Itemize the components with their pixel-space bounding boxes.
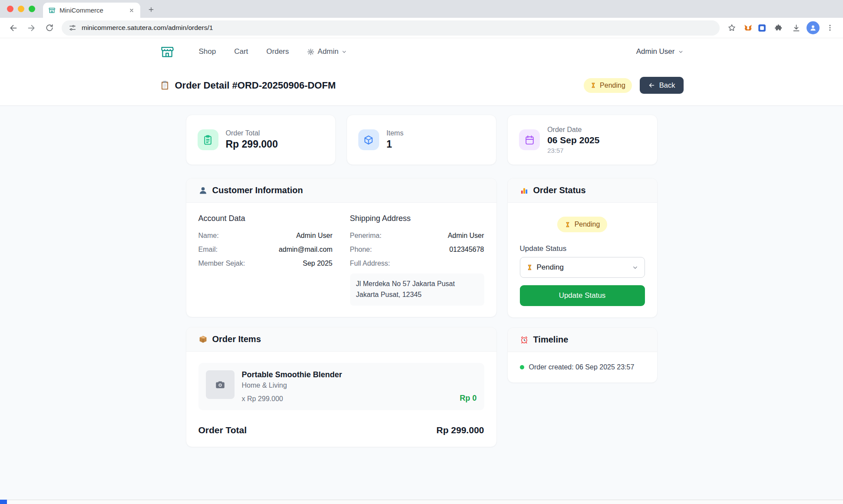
chevron-down-icon: [632, 264, 638, 271]
package-icon: [198, 335, 208, 344]
shipping-recipient-row: Penerima: Admin User: [350, 232, 484, 240]
order-items-card: Order Items: [186, 327, 497, 447]
nav-link-cart[interactable]: Cart: [234, 47, 248, 56]
hourglass-icon: [590, 82, 596, 89]
user-menu-label: Admin User: [636, 47, 675, 56]
status-select-value: Pending: [537, 263, 564, 272]
summary-cards: Order Total Rp 299.000 Items 1: [186, 115, 658, 165]
account-member-row: Member Sejak: Sep 2025: [198, 260, 333, 267]
extension-fox-icon[interactable]: [742, 22, 754, 33]
page-title-section: Order Detail #ORD-20250906-DOFM Pending …: [0, 65, 843, 106]
order-status-title: Order Status: [533, 185, 586, 195]
summary-card-items: Items 1: [347, 115, 496, 165]
summary-value: Rp 299.000: [226, 138, 278, 150]
page-body: Order Total Rp 299.000 Items 1: [0, 106, 843, 504]
full-address-box: Jl Merdeka No 57 Jakarta Pusat Jakarta P…: [350, 273, 484, 306]
shipping-address-row: Full Address:: [350, 260, 484, 267]
timeline-event-text: Order created: 06 Sep 2025 23:57: [529, 363, 635, 371]
summary-label: Order Total: [226, 129, 278, 137]
item-category: Home & Living: [242, 382, 453, 389]
browser-toolbar: minicommerce.satutera.com/admin/orders/1: [0, 18, 843, 38]
scrollbar-corner-artifact: [0, 500, 7, 504]
summary-value: 1: [387, 138, 403, 150]
extensions-puzzle-icon[interactable]: [770, 20, 786, 36]
address-line-1: Jl Merdeka No 57 Jakarta Pusat: [356, 279, 478, 290]
summary-card-order-total: Order Total Rp 299.000: [186, 115, 336, 165]
item-subtotal: Rp 0: [460, 394, 476, 403]
bookmark-star-icon[interactable]: [724, 20, 740, 36]
nav-link-shop[interactable]: Shop: [199, 47, 216, 56]
browser-back-button[interactable]: [5, 20, 21, 36]
tab-close-icon[interactable]: [127, 6, 136, 15]
account-data-heading: Account Data: [198, 214, 333, 223]
back-button[interactable]: Back: [640, 77, 684, 94]
order-total-value: Rp 299.000: [436, 425, 484, 435]
summary-value: 06 Sep 2025: [547, 135, 599, 145]
camera-icon: [215, 379, 226, 390]
tab-favicon-icon: [48, 7, 56, 14]
browser-forward-button[interactable]: [23, 20, 39, 36]
box-icon: [358, 129, 379, 150]
browser-reload-button[interactable]: [42, 20, 57, 36]
order-items-title: Order Items: [212, 334, 261, 344]
shipping-address-column: Shipping Address Penerima: Admin User Ph…: [350, 214, 484, 306]
item-name: Portable Smoothie Blender: [242, 370, 453, 379]
browser-menu-icon[interactable]: [822, 20, 838, 36]
hourglass-icon: [565, 221, 571, 228]
profile-avatar[interactable]: [807, 21, 820, 34]
order-item-row: Portable Smoothie Blender Home & Living …: [198, 363, 484, 410]
nav-link-orders[interactable]: Orders: [266, 47, 289, 56]
extension-blue-icon[interactable]: [756, 22, 767, 33]
item-thumbnail: [206, 370, 235, 399]
alarm-clock-icon: [520, 336, 529, 344]
status-select[interactable]: Pending: [520, 257, 645, 278]
nav-link-admin[interactable]: Admin: [307, 47, 347, 56]
back-button-label: Back: [659, 81, 675, 89]
minimize-window-button[interactable]: [18, 6, 24, 12]
horizontal-scrollbar[interactable]: [0, 500, 843, 504]
order-status-pill-label: Pending: [575, 221, 600, 228]
tab-title: MiniCommerce: [60, 7, 123, 14]
customer-card-title: Customer Information: [212, 185, 303, 195]
browser-tab-strip: MiniCommerce: [0, 0, 843, 18]
window-controls: [7, 0, 35, 18]
shipping-address-heading: Shipping Address: [350, 214, 484, 223]
close-window-button[interactable]: [7, 6, 13, 12]
person-icon: [198, 186, 208, 195]
timeline-event: Order created: 06 Sep 2025 23:57: [520, 363, 645, 371]
downloads-icon[interactable]: [788, 20, 804, 36]
account-name-row: Name: Admin User: [198, 232, 333, 240]
page-title: Order Detail #ORD-20250906-DOFM: [160, 80, 336, 91]
nav-link-admin-label: Admin: [317, 47, 338, 56]
chevron-down-icon: [341, 49, 347, 55]
item-price-line: x Rp 299.000: [242, 395, 453, 403]
account-data-column: Account Data Name: Admin User Email: adm…: [198, 214, 333, 306]
account-email-row: Email: admin@mail.com: [198, 246, 333, 254]
clipboard-icon: [160, 80, 170, 90]
user-menu[interactable]: Admin User: [636, 47, 684, 56]
brand-storefront-icon[interactable]: [160, 44, 175, 59]
gear-icon: [307, 48, 314, 56]
new-tab-button[interactable]: [145, 3, 158, 16]
update-status-button[interactable]: Update Status: [520, 285, 645, 306]
hourglass-icon: [526, 264, 533, 271]
page-title-text: Order Detail #ORD-20250906-DOFM: [175, 80, 336, 91]
address-line-2: Jakarta Pusat, 12345: [356, 290, 478, 300]
order-total-label: Order Total: [198, 425, 247, 435]
summary-label: Order Date: [547, 126, 599, 134]
timeline-card: Timeline Order created: 06 Sep 2025 23:5…: [507, 327, 658, 383]
fullscreen-window-button[interactable]: [29, 6, 35, 12]
order-status-pill: Pending: [557, 217, 608, 232]
browser-tab[interactable]: MiniCommerce: [43, 3, 140, 18]
status-badge: Pending: [584, 78, 632, 93]
update-status-label: Update Status: [520, 244, 645, 253]
url-bar[interactable]: minicommerce.satutera.com/admin/orders/1: [62, 20, 720, 36]
status-badge-label: Pending: [600, 82, 625, 89]
timeline-dot: [520, 365, 524, 369]
order-status-card: Order Status Pending Update Status: [507, 178, 658, 318]
receipt-icon: [198, 129, 218, 150]
site-navbar: Shop Cart Orders Admin Admin User: [0, 38, 843, 65]
customer-information-card: Customer Information Account Data Name: …: [186, 178, 497, 317]
site-settings-icon[interactable]: [69, 24, 76, 32]
url-text: minicommerce.satutera.com/admin/orders/1: [82, 24, 213, 32]
